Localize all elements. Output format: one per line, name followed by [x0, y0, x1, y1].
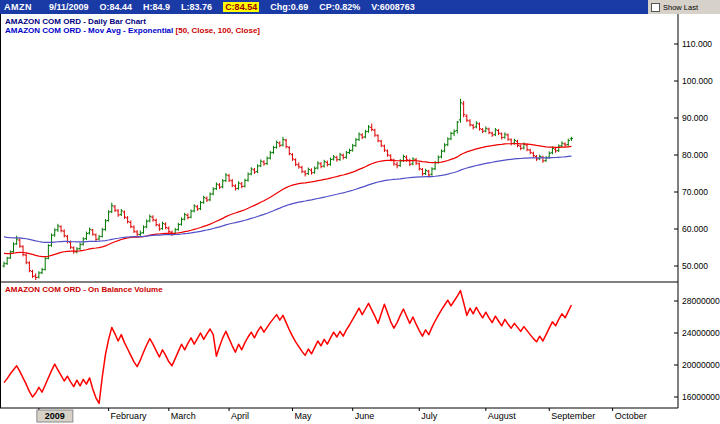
svg-text:September: September — [551, 411, 595, 421]
svg-text:70.000: 70.000 — [682, 187, 708, 197]
svg-text:90.000: 90.000 — [682, 113, 708, 123]
show-last-panel: Show Last — [648, 0, 720, 14]
svg-text:50.000: 50.000 — [682, 261, 708, 271]
show-last-checkbox[interactable] — [651, 3, 660, 12]
time-axis[interactable]: 2009FebruaryMarchAprilMayJuneJulyAugustS… — [37, 408, 647, 422]
quote-toolbar: AMZN 9/11/2009 O:84.44 H:84.9 L:83.76 C:… — [0, 0, 720, 14]
quote-date: 9/11/2009 — [49, 2, 89, 12]
obv-axis: 28000000240000002000000016000000 — [674, 296, 720, 402]
svg-text:October: October — [615, 411, 647, 421]
quote-high: H:84.9 — [143, 2, 170, 12]
price-chart-canvas: 110.000100.00090.00080.00070.00060.00050… — [0, 14, 720, 424]
quote-change: Chg:0.69 — [270, 2, 308, 12]
ohlc-bar-series — [2, 99, 573, 280]
quote-close-highlight: C:84.54 — [223, 2, 259, 12]
quote-low: L:83.76 — [181, 2, 212, 12]
svg-text:60.000: 60.000 — [682, 224, 708, 234]
svg-text:16000000: 16000000 — [682, 392, 720, 402]
svg-text:24000000: 24000000 — [682, 328, 720, 338]
quote-open: O:84.44 — [100, 2, 133, 12]
chart-frame — [0, 14, 678, 408]
show-last-label: Show Last — [663, 3, 698, 12]
quote-volume: V:6008763 — [371, 2, 415, 12]
svg-text:February: February — [111, 411, 148, 421]
symbol-label: AMZN — [4, 2, 32, 12]
svg-text:April: April — [231, 411, 249, 421]
svg-text:20000000: 20000000 — [682, 360, 720, 370]
price-axis: 110.000100.00090.00080.00070.00060.00050… — [674, 39, 713, 271]
svg-text:May: May — [294, 411, 312, 421]
ema-lines — [4, 144, 571, 257]
chart-area: 110.000100.00090.00080.00070.00060.00050… — [0, 14, 720, 424]
svg-text:March: March — [171, 411, 196, 421]
quote-strip: AMZN 9/11/2009 O:84.44 H:84.9 L:83.76 C:… — [0, 0, 648, 14]
svg-text:August: August — [488, 411, 517, 421]
obv-line — [4, 291, 571, 404]
svg-text:80.000: 80.000 — [682, 150, 708, 160]
svg-text:110.000: 110.000 — [682, 39, 712, 49]
svg-text:100.000: 100.000 — [682, 76, 713, 86]
svg-text:28000000: 28000000 — [682, 296, 720, 306]
svg-text:July: July — [421, 411, 438, 421]
quote-change-pct: CP:0.82% — [319, 2, 360, 12]
svg-text:2009: 2009 — [45, 411, 65, 421]
svg-text:June: June — [355, 411, 375, 421]
